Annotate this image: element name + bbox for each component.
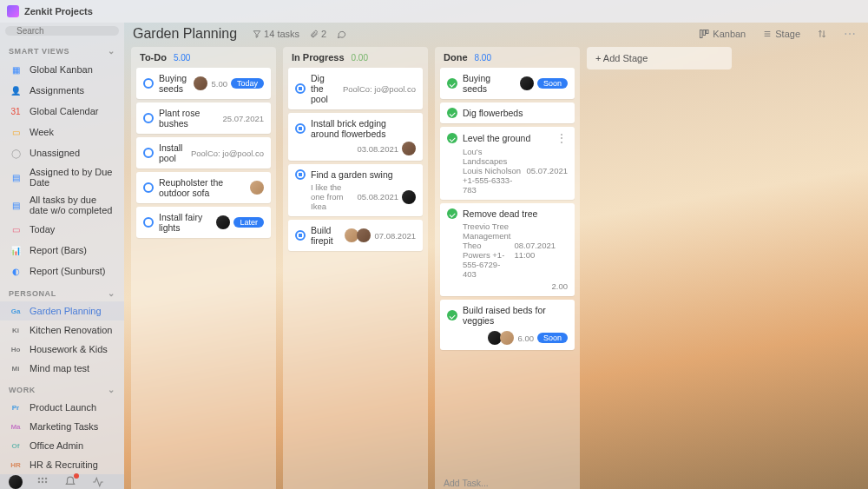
status-icon[interactable]: [447, 108, 457, 118]
svg-rect-9: [700, 30, 703, 38]
status-icon[interactable]: [143, 182, 154, 193]
status-icon[interactable]: [295, 83, 306, 94]
project-abbrev-icon: Mi: [9, 362, 23, 374]
sidebar-item-smartview[interactable]: ▤Assigned to by Due Date: [0, 163, 124, 191]
assignee-avatar[interactable]: [402, 190, 416, 204]
task-card[interactable]: Find a garden swingI like the one from I…: [288, 164, 423, 216]
sidebar-item-label: All tasks by due date w/o completed: [30, 195, 115, 215]
sidebar-item-label: Week: [30, 127, 54, 137]
column-header[interactable]: To-Do5.00: [131, 47, 276, 68]
board-area: Garden Planning 14 tasks 2 Kanban Stage: [124, 23, 868, 489]
status-icon[interactable]: [143, 113, 154, 123]
section-personal[interactable]: PERSONAL ⌄: [0, 281, 124, 301]
sort-button[interactable]: [814, 27, 830, 41]
card-date: 03.08.2021: [357, 144, 398, 154]
assignee-avatar[interactable]: [250, 181, 264, 195]
task-card[interactable]: Dig the poolPoolCo: jo@pool.co: [288, 68, 423, 109]
add-task-input[interactable]: Add Task...: [435, 472, 580, 489]
sidebar-item-smartview[interactable]: ◯Unassigned: [0, 142, 124, 163]
more-menu[interactable]: ⋯: [840, 26, 859, 42]
sidebar-item-project[interactable]: GaGarden Planning: [0, 301, 124, 320]
sidebar-item-smartview[interactable]: 👤Assignments: [0, 80, 124, 101]
task-card[interactable]: Install poolPoolCo: jo@pool.co: [136, 137, 271, 169]
sidebar-item-smartview[interactable]: 📊Report (Bars): [0, 240, 124, 261]
funnel-icon: [253, 30, 261, 38]
sidebar-item-project[interactable]: OfOffice Admin: [0, 436, 124, 455]
search-box[interactable]: [5, 26, 119, 36]
sidebar-item-smartview[interactable]: ▤All tasks by due date w/o completed: [0, 191, 124, 219]
card-subline: 2.00: [447, 281, 568, 291]
task-card[interactable]: Plant rose bushes25.07.2021: [136, 102, 271, 134]
activity-icon[interactable]: [90, 474, 106, 489]
sidebar-item-project[interactable]: MiMind map test: [0, 359, 124, 378]
view-kanban[interactable]: Kanban: [695, 27, 749, 41]
status-icon[interactable]: [295, 230, 306, 241]
assignee-avatar[interactable]: [500, 331, 514, 345]
attachments-count[interactable]: 2: [310, 29, 326, 39]
sidebar-item-smartview[interactable]: ▦Global Kanban: [0, 59, 124, 80]
status-icon[interactable]: [295, 123, 306, 134]
card-more-icon[interactable]: ⋮: [556, 132, 568, 144]
project-abbrev-icon: HR: [9, 459, 23, 471]
task-card[interactable]: Reupholster the outdoor sofa: [136, 172, 271, 203]
task-card[interactable]: Level the ground⋮Lou's Landscapes Louis …: [440, 127, 575, 200]
chat-icon-button[interactable]: [337, 30, 346, 39]
sidebar-item-project[interactable]: MaMarketing Tasks: [0, 417, 124, 436]
nav-icon: 👤: [9, 83, 23, 97]
column-header[interactable]: In Progress0.00: [283, 47, 428, 68]
status-icon[interactable]: [143, 148, 154, 158]
status-icon[interactable]: [447, 133, 457, 143]
card-title: Install fairy lights: [159, 212, 211, 233]
section-work[interactable]: WORK ⌄: [0, 378, 124, 398]
group-stage[interactable]: Stage: [760, 27, 804, 41]
assignee-avatar[interactable]: [402, 142, 416, 155]
sidebar-item-smartview[interactable]: ◐Report (Sunburst): [0, 261, 124, 281]
status-icon[interactable]: [143, 217, 154, 228]
svg-point-2: [38, 478, 40, 479]
task-card[interactable]: Dig flowerbeds: [440, 102, 575, 123]
sidebar-item-project[interactable]: KiKitchen Renovation: [0, 320, 124, 340]
section-smart-views[interactable]: SMART VIEWS ⌄: [0, 39, 124, 59]
status-icon[interactable]: [447, 310, 457, 320]
sidebar-item-project[interactable]: HRHR & Recruiting: [0, 455, 124, 474]
svg-rect-10: [703, 30, 706, 36]
tag-pill[interactable]: Soon: [537, 78, 568, 89]
notifications-icon[interactable]: [62, 474, 78, 489]
sidebar-item-label: Report (Sunburst): [30, 266, 105, 276]
sidebar-item-project[interactable]: HoHousework & Kids: [0, 340, 124, 359]
card-title: Remove dead tree: [463, 208, 562, 219]
task-card[interactable]: Buying seeds5.00Today: [136, 68, 271, 99]
task-card[interactable]: Build raised beds for veggies6.00Soon: [440, 300, 575, 350]
card-meta: PoolCo: jo@pool.co: [191, 149, 264, 158]
add-stage-button[interactable]: + Add Stage: [587, 47, 732, 69]
task-card[interactable]: Build firepit07.08.2021: [288, 220, 423, 251]
tag-pill[interactable]: Soon: [537, 333, 568, 343]
status-icon[interactable]: [143, 78, 154, 89]
sidebar-item-project[interactable]: PrProduct Launch: [0, 398, 124, 417]
task-card[interactable]: Buying seedsSoon: [440, 68, 575, 99]
status-icon[interactable]: [295, 169, 306, 180]
assignee-avatar[interactable]: [520, 76, 534, 90]
nav-icon: ▤: [9, 198, 23, 212]
sidebar-item-smartview[interactable]: 31Global Calendar: [0, 101, 124, 122]
assignee-avatar[interactable]: [216, 215, 230, 229]
status-icon[interactable]: [447, 208, 457, 219]
sidebar-item-smartview[interactable]: ▭Today: [0, 219, 124, 240]
assignee-avatar[interactable]: [357, 228, 371, 242]
apps-icon[interactable]: [35, 474, 50, 489]
user-avatar[interactable]: [9, 475, 23, 489]
filter-tasks[interactable]: 14 tasks: [253, 29, 299, 39]
tag-pill[interactable]: Later: [233, 217, 264, 228]
sidebar-item-smartview[interactable]: ▭Week: [0, 122, 124, 142]
svg-point-5: [38, 481, 40, 483]
column-header[interactable]: Done8.00: [435, 47, 580, 68]
tag-pill[interactable]: Today: [231, 78, 264, 89]
card-subline: Lou's Landscapes Louis Nicholson +1-555-…: [447, 147, 568, 195]
search-input[interactable]: [16, 26, 124, 36]
card-title: Build raised beds for veggies: [463, 305, 562, 326]
assignee-avatar[interactable]: [194, 76, 207, 90]
task-card[interactable]: Install fairy lightsLater: [136, 207, 271, 238]
status-icon[interactable]: [447, 78, 457, 89]
task-card[interactable]: Remove dead treeTreevio Tree Management …: [440, 203, 575, 296]
task-card[interactable]: Install brick edging around flowerbeds03…: [288, 113, 423, 161]
